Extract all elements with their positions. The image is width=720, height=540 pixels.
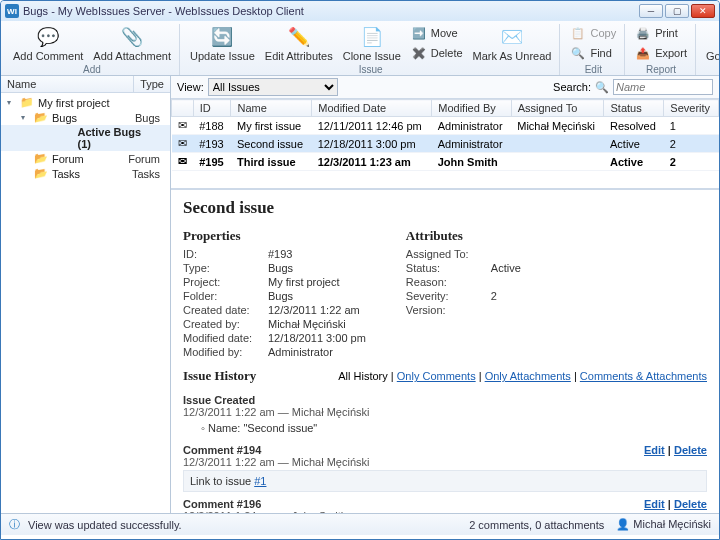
minimize-button[interactable]: ─ xyxy=(639,4,663,18)
comment-header: Comment #194 Edit | Delete xyxy=(183,444,707,456)
window-title: Bugs - My WebIssues Server - WebIssues D… xyxy=(23,5,304,17)
mail-icon: ✉️ xyxy=(500,25,524,49)
tree-node[interactable]: 📂ForumForum xyxy=(1,151,170,166)
folder-tree[interactable]: ▾📁My first project▾📂BugsBugsActive Bugs … xyxy=(1,93,170,183)
comment-header: Comment #196 Edit | Delete xyxy=(183,498,707,510)
tree-type: Tasks xyxy=(132,168,166,180)
prop-value: 2 xyxy=(491,290,521,302)
info-icon: ⓘ xyxy=(9,517,20,532)
refresh-icon: 🔄 xyxy=(210,25,234,49)
prop-value xyxy=(491,276,521,288)
prop-value: Bugs xyxy=(268,262,366,274)
cell-status: Active xyxy=(604,153,664,171)
prop-value: My first project xyxy=(268,276,366,288)
cell-sev: 2 xyxy=(664,153,719,171)
prop-value: Active xyxy=(491,262,521,274)
status-user: Michał Męciński xyxy=(633,518,711,530)
prop-value xyxy=(491,248,521,260)
prop-key: Modified date: xyxy=(183,332,268,344)
tree-node[interactable]: 📂TasksTasks xyxy=(1,166,170,181)
cell-id: #195 xyxy=(193,153,231,171)
print-button[interactable]: 🖨️Print xyxy=(633,24,689,42)
mark-unread-button[interactable]: ✉️Mark As Unread xyxy=(471,24,554,62)
only-comments-link[interactable]: Only Comments xyxy=(397,370,476,382)
issue-created-meta: 12/3/2011 1:22 am — Michał Męciński xyxy=(183,406,707,418)
table-row[interactable]: ✉#193Second issue12/18/2011 3:00 pmAdmin… xyxy=(172,135,719,153)
sidebar-header-name[interactable]: Name xyxy=(1,76,134,92)
cell-ico: ✉ xyxy=(172,117,194,135)
column-header[interactable]: ID xyxy=(193,100,231,117)
table-row[interactable]: ✉#188My first issue12/11/2011 12:46 pmAd… xyxy=(172,117,719,135)
column-header[interactable]: Assigned To xyxy=(511,100,604,117)
cell-mdate: 12/11/2011 12:46 pm xyxy=(312,117,432,135)
folder-icon: 📂 xyxy=(34,111,48,124)
clone-issue-button[interactable]: 📄Clone Issue xyxy=(341,24,403,62)
column-header[interactable] xyxy=(172,100,194,117)
update-issue-button[interactable]: 🔄Update Issue xyxy=(188,24,257,62)
tree-node[interactable]: Active Bugs (1) xyxy=(1,125,170,151)
search-input[interactable] xyxy=(613,79,713,95)
tree-node[interactable]: ▾📁My first project xyxy=(1,95,170,110)
column-header[interactable]: Name xyxy=(231,100,312,117)
delete-button[interactable]: ✖️Delete xyxy=(409,44,465,62)
issue-link[interactable]: #1 xyxy=(254,475,266,487)
export-icon: 📤 xyxy=(635,45,651,61)
add-attachment-button[interactable]: 📎Add Attachment xyxy=(91,24,173,62)
edit-icon: ✏️ xyxy=(287,25,311,49)
cell-id: #193 xyxy=(193,135,231,153)
edit-comment-link[interactable]: Edit xyxy=(644,444,665,456)
search-icon: 🔍 xyxy=(595,81,609,94)
issues-table[interactable]: IDNameModified DateModified ByAssigned T… xyxy=(171,99,719,171)
prop-key: Folder: xyxy=(183,290,268,302)
add-comment-button[interactable]: 💬Add Comment xyxy=(11,24,85,62)
group-label-issue: Issue xyxy=(188,64,553,76)
cell-mby: Administrator xyxy=(432,117,511,135)
edit-comment-link[interactable]: Edit xyxy=(644,498,665,510)
comments-attachments-link[interactable]: Comments & Attachments xyxy=(580,370,707,382)
app-icon: WI xyxy=(5,4,19,18)
issue-detail: Second issue Properties ID:#193Type:Bugs… xyxy=(171,189,719,513)
copy-button[interactable]: 📋Copy xyxy=(568,24,618,42)
cell-mby: John Smith xyxy=(432,153,511,171)
table-row[interactable]: ✉#195Third issue12/3/2011 1:23 amJohn Sm… xyxy=(172,153,719,171)
view-label: View: xyxy=(177,81,204,93)
edit-attributes-button[interactable]: ✏️Edit Attributes xyxy=(263,24,335,62)
move-button[interactable]: ➡️Move xyxy=(409,24,465,42)
goto-item-button[interactable]: ➜Go To Item xyxy=(704,24,720,62)
group-label-report: Report xyxy=(633,64,689,76)
column-header[interactable]: Status xyxy=(604,100,664,117)
sidebar-header-type[interactable]: Type xyxy=(134,76,170,92)
search-label: Search: xyxy=(553,81,591,93)
export-button[interactable]: 📤Export xyxy=(633,44,689,62)
find-icon: 🔍 xyxy=(570,45,586,61)
expand-icon[interactable]: ▾ xyxy=(21,113,30,122)
issue-created-header: Issue Created xyxy=(183,394,707,406)
prop-key: Type: xyxy=(183,262,268,274)
prop-key: Project: xyxy=(183,276,268,288)
prop-value: Michał Męciński xyxy=(268,318,366,330)
expand-icon[interactable]: ▾ xyxy=(7,98,16,107)
delete-comment-link[interactable]: Delete xyxy=(674,498,707,510)
find-button[interactable]: 🔍Find xyxy=(568,44,618,62)
prop-key: Assigned To: xyxy=(406,248,491,260)
prop-value: 12/3/2011 1:22 am xyxy=(268,304,366,316)
view-select[interactable]: All Issues xyxy=(208,78,338,96)
issue-title: Second issue xyxy=(183,198,707,218)
maximize-button[interactable]: ▢ xyxy=(665,4,689,18)
column-header[interactable]: Severity xyxy=(664,100,719,117)
clone-icon: 📄 xyxy=(360,25,384,49)
statusbar: ⓘ View was updated successfully. 2 comme… xyxy=(1,513,719,535)
comment-meta: 12/3/2011 1:22 am — Michał Męciński xyxy=(183,456,707,468)
tree-label: Tasks xyxy=(52,168,80,180)
column-header[interactable]: Modified By xyxy=(432,100,511,117)
close-window-button[interactable]: ✕ xyxy=(691,4,715,18)
tree-type: Bugs xyxy=(135,112,166,124)
comment-icon: 💬 xyxy=(36,25,60,49)
delete-comment-link[interactable]: Delete xyxy=(674,444,707,456)
tree-node[interactable]: ▾📂BugsBugs xyxy=(1,110,170,125)
column-header[interactable]: Modified Date xyxy=(312,100,432,117)
view-bar: View: All Issues Search: 🔍 xyxy=(171,76,719,99)
only-attachments-link[interactable]: Only Attachments xyxy=(485,370,571,382)
issue-created-body: Name: "Second issue" xyxy=(208,422,317,434)
prop-key: Status: xyxy=(406,262,491,274)
